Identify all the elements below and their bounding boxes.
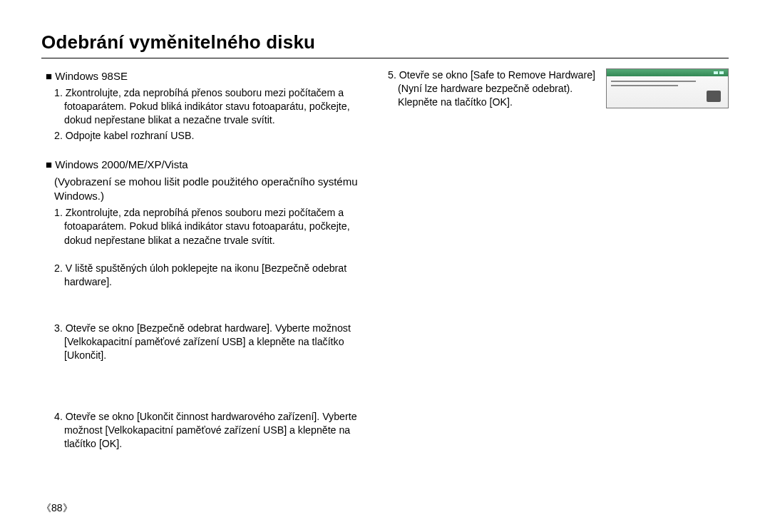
win2k-step1: 1. Zkontrolujte, zda neprobíhá přenos so… (51, 206, 378, 247)
section-win2k-sub: (Vyobrazení se mohou lišit podle použité… (41, 175, 378, 204)
safe-remove-dialog-image (606, 68, 729, 108)
win98-step1: 1. Zkontrolujte, zda neprobíhá přenos so… (51, 86, 378, 128)
section-win98-head: ■ Windows 98SE (41, 68, 378, 83)
page-number: 《88》 (41, 502, 73, 515)
left-column: ■ Windows 98SE 1. Zkontrolujte, zda nepr… (41, 68, 378, 452)
content-columns: ■ Windows 98SE 1. Zkontrolujte, zda nepr… (41, 68, 729, 452)
win2k-step4: 4. Otevře se okno [Ukončit činnost hardw… (51, 410, 378, 451)
section-win2k-head: ■ Windows 2000/ME/XP/Vista (41, 157, 378, 172)
win2k-step2: 2. V liště spuštěných úloh poklepejte na… (51, 262, 378, 289)
step5-text: 5. Otevře se okno [Safe to Remove Hardwa… (388, 68, 596, 110)
page-title: Odebrání vyměnitelného disku (41, 31, 729, 58)
right-column: 5. Otevře se okno [Safe to Remove Hardwa… (388, 68, 729, 452)
win2k-step3: 3. Otevře se okno [Bezpečně odebrat hard… (51, 322, 378, 363)
win98-step2: 2. Odpojte kabel rozhraní USB. (51, 129, 378, 143)
